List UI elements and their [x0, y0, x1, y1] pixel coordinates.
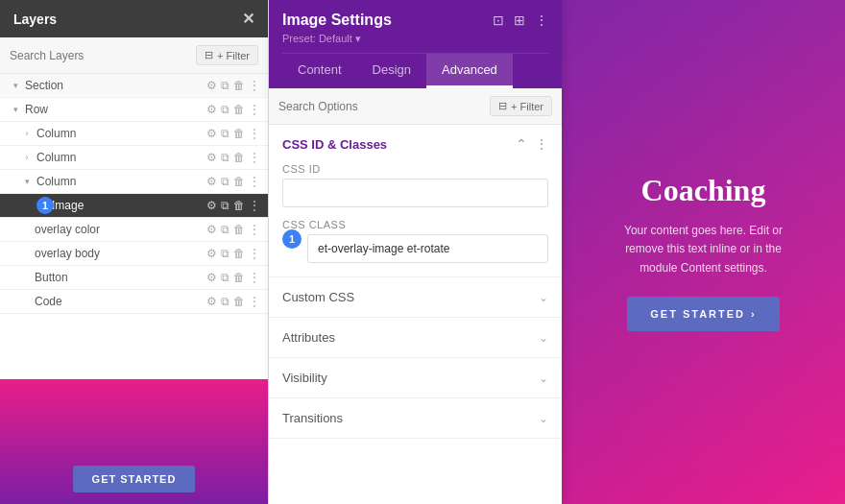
copy-icon[interactable]: ⧉: [221, 175, 229, 188]
more-dots-icon[interactable]: ⋮: [535, 12, 548, 28]
trash-icon[interactable]: 🗑: [233, 295, 245, 308]
preview-cta-button[interactable]: GET STARTED ›: [627, 297, 779, 331]
layer-row[interactable]: overlay body ⚙ ⧉ 🗑 ⋮: [0, 242, 268, 266]
tab-content[interactable]: Content: [282, 54, 357, 88]
css-class-field-wrapper: CSS Class 1: [282, 219, 548, 263]
split-icon[interactable]: ⊞: [514, 12, 525, 28]
custom-css-accordion[interactable]: Custom CSS ⌄: [269, 277, 562, 318]
copy-icon[interactable]: ⧉: [221, 223, 229, 236]
preview-body-text: Your content goes here. Edit or remove t…: [608, 222, 800, 277]
trash-icon[interactable]: 🗑: [233, 103, 245, 116]
more-icon[interactable]: ⋮: [249, 127, 260, 140]
layer-row-image[interactable]: 1 Image ⚙ ⧉ 🗑 ⋮: [0, 194, 268, 218]
layer-row[interactable]: overlay color ⚙ ⧉ 🗑 ⋮: [0, 218, 268, 242]
more-icon[interactable]: ⋮: [249, 247, 260, 260]
more-icon[interactable]: ⋮: [249, 199, 260, 212]
layer-name: Section: [25, 79, 206, 92]
image-settings-panel: Image Settings ⊡ ⊞ ⋮ Preset: Default ▾ C…: [269, 0, 562, 504]
more-icon[interactable]: ⋮: [249, 223, 260, 236]
more-icon[interactable]: ⋮: [249, 151, 260, 164]
css-id-input[interactable]: [282, 179, 548, 207]
settings-search-bar: ⊟ + Filter: [269, 88, 562, 125]
trash-icon[interactable]: 🗑: [233, 175, 245, 188]
layer-row[interactable]: ▾ Row ⚙ ⧉ 🗑 ⋮: [0, 98, 268, 122]
layers-search-bar: ⊟ + Filter: [0, 37, 268, 74]
gear-icon[interactable]: ⚙: [206, 223, 217, 236]
trash-icon[interactable]: 🗑: [233, 79, 245, 92]
layer-actions: ⚙ ⧉ 🗑 ⋮: [206, 127, 260, 140]
layer-name: overlay body: [35, 247, 206, 260]
trash-icon[interactable]: 🗑: [233, 223, 245, 236]
chevron-down-icon: ⌄: [539, 291, 548, 304]
trash-icon[interactable]: 🗑: [233, 151, 245, 164]
layer-name: Column: [36, 175, 206, 188]
layer-name: Column: [36, 151, 206, 164]
trash-icon[interactable]: 🗑: [233, 127, 245, 140]
attributes-accordion[interactable]: Attributes ⌄: [269, 318, 562, 358]
settings-preset[interactable]: Preset: Default ▾: [282, 33, 548, 45]
copy-icon[interactable]: ⧉: [221, 271, 229, 284]
custom-css-title: Custom CSS: [282, 290, 354, 304]
copy-icon[interactable]: ⧉: [221, 103, 229, 116]
settings-search-input[interactable]: [278, 100, 490, 113]
layer-actions: ⚙ ⧉ 🗑 ⋮: [206, 175, 260, 188]
gear-icon[interactable]: ⚙: [206, 79, 217, 92]
expand-icon: ›: [21, 128, 33, 139]
gear-icon[interactable]: ⚙: [206, 175, 217, 188]
layer-actions: ⚙ ⧉ 🗑 ⋮: [206, 295, 260, 308]
collapse-icon[interactable]: ⌃: [516, 136, 527, 152]
settings-title: Image Settings: [282, 12, 392, 29]
cta-label: GET STARTED: [650, 308, 745, 320]
layers-filter-button[interactable]: ⊟ + Filter: [196, 45, 258, 65]
tab-design[interactable]: Design: [357, 54, 426, 88]
visibility-accordion[interactable]: Visibility ⌄: [269, 358, 562, 398]
settings-filter-button[interactable]: ⊟ + Filter: [490, 96, 552, 116]
layer-actions: ⚙ ⧉ 🗑 ⋮: [206, 79, 260, 92]
attributes-title: Attributes: [282, 330, 335, 345]
copy-icon[interactable]: ⧉: [221, 127, 229, 140]
preview-title: Coaching: [608, 173, 800, 208]
trash-icon[interactable]: 🗑: [233, 271, 245, 284]
gear-icon[interactable]: ⚙: [206, 151, 217, 164]
copy-icon[interactable]: ⧉: [221, 151, 229, 164]
transitions-title: Transitions: [282, 411, 343, 425]
layer-row[interactable]: › Column ⚙ ⧉ 🗑 ⋮: [0, 122, 268, 146]
expand-icon: ▾: [10, 104, 21, 115]
layer-row[interactable]: ▾ Section ⚙ ⧉ 🗑 ⋮: [0, 74, 268, 98]
maximize-icon[interactable]: ⊡: [493, 12, 504, 28]
layer-row[interactable]: › Column ⚙ ⧉ 🗑 ⋮: [0, 146, 268, 170]
cta-arrow-icon: ›: [751, 308, 757, 320]
settings-header: Image Settings ⊡ ⊞ ⋮ Preset: Default ▾ C…: [269, 0, 562, 88]
close-icon[interactable]: ✕: [242, 10, 254, 28]
more-icon[interactable]: ⋮: [249, 175, 260, 188]
trash-icon[interactable]: 🗑: [233, 247, 245, 260]
layer-row[interactable]: Code ⚙ ⧉ 🗑 ⋮: [0, 290, 268, 314]
more-icon[interactable]: ⋮: [249, 103, 260, 116]
css-id-classes-header[interactable]: CSS ID & Classes ⌃ ⋮: [269, 125, 562, 163]
layers-search-input[interactable]: [10, 49, 196, 62]
settings-tabs: Content Design Advanced: [282, 53, 548, 88]
gear-icon[interactable]: ⚙: [206, 199, 217, 212]
tab-advanced[interactable]: Advanced: [426, 54, 513, 88]
transitions-accordion[interactable]: Transitions ⌄: [269, 398, 562, 439]
get-started-small-button[interactable]: GET STARTED: [73, 466, 196, 492]
copy-icon[interactable]: ⧉: [221, 199, 229, 212]
more-icon[interactable]: ⋮: [249, 271, 260, 284]
more-icon[interactable]: ⋮: [249, 295, 260, 308]
trash-icon[interactable]: 🗑: [233, 199, 245, 212]
gear-icon[interactable]: ⚙: [206, 271, 217, 284]
gear-icon[interactable]: ⚙: [206, 295, 217, 308]
layer-row[interactable]: ▾ Column ⚙ ⧉ 🗑 ⋮: [0, 170, 268, 194]
layer-name: Image: [52, 199, 206, 212]
copy-icon[interactable]: ⧉: [221, 295, 229, 308]
gear-icon[interactable]: ⚙: [206, 103, 217, 116]
copy-icon[interactable]: ⧉: [221, 79, 229, 92]
layer-row[interactable]: Button ⚙ ⧉ 🗑 ⋮: [0, 266, 268, 290]
gear-icon[interactable]: ⚙: [206, 247, 217, 260]
more-icon[interactable]: ⋮: [535, 136, 548, 152]
copy-icon[interactable]: ⧉: [221, 247, 229, 260]
css-class-input[interactable]: [307, 234, 548, 263]
more-icon[interactable]: ⋮: [249, 79, 260, 92]
gear-icon[interactable]: ⚙: [206, 127, 217, 140]
layer-name: overlay color: [35, 223, 206, 236]
